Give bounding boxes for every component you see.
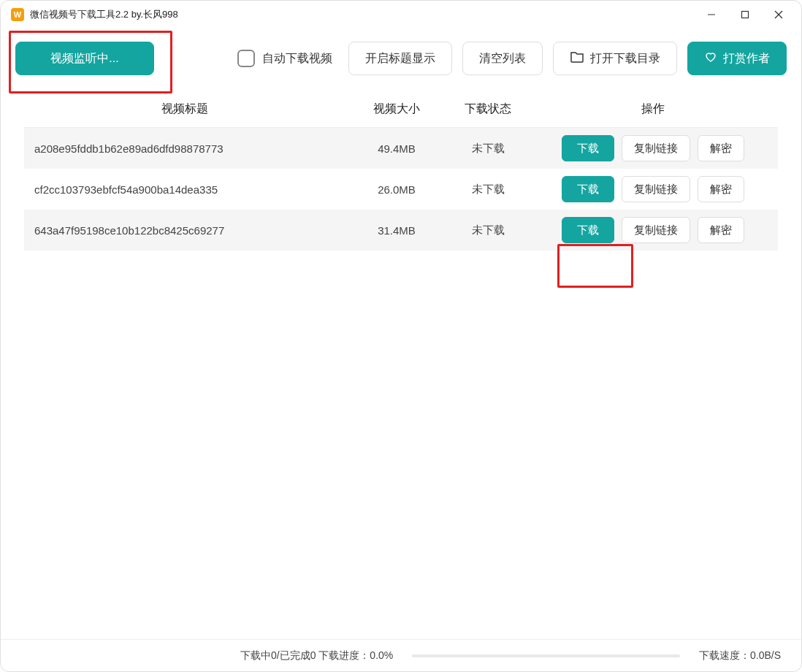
table-row: cf2cc103793ebfcf54a900ba14dea33526.0MB未下… (24, 169, 778, 210)
statusbar: 下载中0/已完成0 下载进度：0.0% 下载速度：0.0B/S (1, 639, 801, 671)
toolbar: 视频监听中... 自动下载视频 开启标题显示 清空列表 打开下载目录 打赏作者 (1, 28, 801, 91)
download-button[interactable]: 下载 (562, 176, 614, 202)
cell-actions: 下载复制链接解密 (528, 169, 778, 210)
download-button[interactable]: 下载 (562, 135, 614, 161)
checkbox-icon (237, 50, 255, 67)
col-action: 操作 (528, 91, 778, 128)
video-table: 视频标题 视频大小 下载状态 操作 a208e95fddb1b62e89ad6d… (24, 91, 778, 251)
table-area: 视频标题 视频大小 下载状态 操作 a208e95fddb1b62e89ad6d… (1, 91, 801, 639)
cell-status: 未下载 (448, 169, 528, 210)
donate-button[interactable]: 打赏作者 (687, 42, 787, 75)
maximize-button[interactable] (728, 4, 762, 26)
copy-link-button[interactable]: 复制链接 (622, 135, 690, 161)
show-title-button[interactable]: 开启标题显示 (348, 42, 452, 75)
cell-size: 31.4MB (345, 210, 448, 251)
auto-download-checkbox[interactable]: 自动下载视频 (237, 50, 332, 67)
col-title: 视频标题 (24, 91, 345, 128)
highlight-box-download (557, 244, 633, 288)
minimize-button[interactable] (695, 4, 728, 26)
col-size: 视频大小 (345, 91, 448, 128)
heart-icon (704, 50, 717, 66)
decrypt-button[interactable]: 解密 (698, 176, 744, 202)
cell-status: 未下载 (448, 128, 528, 169)
copy-link-button[interactable]: 复制链接 (622, 176, 690, 202)
cell-size: 26.0MB (345, 169, 448, 210)
clear-list-button[interactable]: 清空列表 (462, 42, 543, 75)
download-button[interactable]: 下载 (562, 217, 614, 243)
window-title: 微信视频号下载工具2.2 by.长风998 (30, 8, 695, 21)
monitor-button[interactable]: 视频监听中... (15, 42, 154, 75)
titlebar: W 微信视频号下载工具2.2 by.长风998 (1, 1, 801, 28)
cell-status: 未下载 (448, 210, 528, 251)
app-icon: W (11, 8, 24, 21)
cell-title: a208e95fddb1b62e89ad6dfd98878773 (24, 128, 345, 169)
close-button[interactable] (762, 4, 795, 26)
folder-icon (570, 50, 584, 66)
cell-actions: 下载复制链接解密 (528, 210, 778, 251)
svg-rect-1 (742, 12, 749, 18)
cell-title: cf2cc103793ebfcf54a900ba14dea335 (24, 169, 345, 210)
cell-title: 643a47f95198ce10b122bc8425c69277 (24, 210, 345, 251)
progress-bar (412, 654, 680, 657)
table-row: a208e95fddb1b62e89ad6dfd9887877349.4MB未下… (24, 128, 778, 169)
decrypt-button[interactable]: 解密 (698, 217, 744, 243)
decrypt-button[interactable]: 解密 (698, 135, 744, 161)
table-row: 643a47f95198ce10b122bc8425c6927731.4MB未下… (24, 210, 778, 251)
open-folder-label: 打开下载目录 (590, 51, 660, 66)
status-progress: 下载中0/已完成0 下载进度：0.0% (240, 649, 393, 663)
col-status: 下载状态 (448, 91, 528, 128)
auto-download-label: 自动下载视频 (262, 51, 332, 66)
open-folder-button[interactable]: 打开下载目录 (553, 42, 677, 75)
status-speed: 下载速度：0.0B/S (699, 649, 781, 663)
cell-size: 49.4MB (345, 128, 448, 169)
cell-actions: 下载复制链接解密 (528, 128, 778, 169)
donate-label: 打赏作者 (723, 51, 770, 66)
copy-link-button[interactable]: 复制链接 (622, 217, 690, 243)
